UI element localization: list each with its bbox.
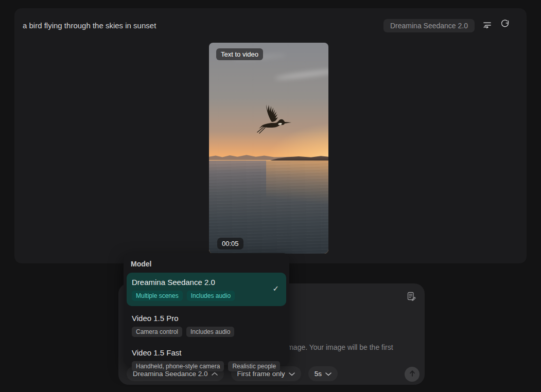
- model-tag: Multiple scenes: [132, 291, 183, 301]
- model-option-title: Video 1.5 Fast: [132, 348, 281, 358]
- model-option-video-15-pro[interactable]: Video 1.5 Pro Camera control Includes au…: [124, 309, 289, 342]
- video-thumbnail[interactable]: Text to video 00:05: [209, 43, 328, 254]
- chevron-down-icon: [289, 370, 295, 378]
- duration-label: 5s: [315, 370, 322, 378]
- prompt-text: a bird flying through the skies in sunse…: [23, 21, 156, 30]
- model-option-tags: Camera control Includes audio: [132, 327, 281, 337]
- generation-type-chip: Text to video: [216, 48, 263, 60]
- model-tag: Camera control: [132, 327, 182, 337]
- reuse-settings-icon: [482, 20, 492, 32]
- script-icon: [406, 291, 416, 304]
- regenerate-button[interactable]: [499, 20, 511, 31]
- model-tag: Handheld, phone-style camera: [132, 361, 224, 371]
- model-dropdown-menu: Model Dreamina Seedance 2.0 Multiple sce…: [124, 253, 289, 365]
- check-icon: ✓: [272, 284, 279, 293]
- model-menu-label: Model: [124, 253, 289, 273]
- generation-result-panel: a bird flying through the skies in sunse…: [14, 8, 527, 263]
- model-option-tags: Multiple scenes Includes audio: [132, 291, 281, 301]
- arrow-up-icon: [408, 369, 417, 380]
- duration-pill[interactable]: 5s: [308, 366, 338, 381]
- model-option-tags: Handheld, phone-style camera Realistic p…: [132, 361, 281, 371]
- model-option-video-15-fast[interactable]: Video 1.5 Fast Handheld, phone-style cam…: [124, 343, 289, 377]
- duration-chip: 00:05: [217, 238, 243, 250]
- model-tag: Includes audio: [186, 327, 234, 337]
- submit-button[interactable]: [405, 367, 420, 382]
- bird-silhouette: [255, 101, 292, 136]
- model-tag: Includes audio: [187, 291, 235, 301]
- model-option-dreamina-seedance-2[interactable]: Dreamina Seedance 2.0 Multiple scenes In…: [127, 273, 286, 306]
- script-button[interactable]: [406, 292, 417, 303]
- model-option-title: Dreamina Seedance 2.0: [132, 277, 281, 287]
- chevron-down-icon: [325, 370, 331, 378]
- reuse-settings-button[interactable]: [481, 20, 493, 31]
- model-badge: Dreamina Seedance 2.0: [383, 19, 475, 32]
- model-tag: Realistic people: [228, 361, 280, 371]
- model-option-title: Video 1.5 Pro: [132, 313, 281, 323]
- regenerate-icon: [500, 19, 510, 31]
